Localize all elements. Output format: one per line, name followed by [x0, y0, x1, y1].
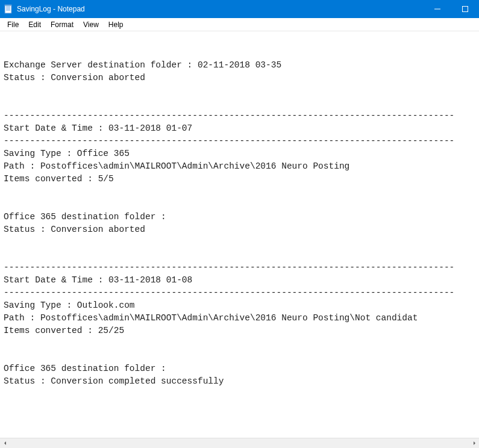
text-content[interactable]: Exchange Server destination folder : 02-… — [0, 31, 479, 438]
menu-edit[interactable]: Edit — [23, 19, 46, 30]
window-controls — [424, 0, 479, 18]
maximize-button[interactable] — [451, 0, 479, 18]
notepad-icon — [4, 4, 13, 14]
text-area[interactable]: Exchange Server destination folder : 02-… — [1, 33, 478, 389]
menu-help[interactable]: Help — [104, 19, 128, 30]
svg-rect-5 — [5, 5, 11, 6]
scroll-right-button[interactable] — [469, 438, 479, 449]
svg-marker-8 — [4, 441, 6, 445]
minimize-button[interactable] — [424, 0, 451, 18]
menu-format[interactable]: Format — [46, 19, 78, 30]
svg-rect-7 — [463, 7, 468, 12]
menu-view[interactable]: View — [78, 19, 104, 30]
titlebar: SavingLog - Notepad — [0, 0, 479, 18]
menubar: File Edit Format View Help — [0, 18, 479, 31]
svg-marker-9 — [474, 441, 475, 445]
scroll-left-button[interactable] — [0, 438, 10, 449]
scroll-track[interactable] — [10, 438, 469, 449]
window-title: SavingLog - Notepad — [17, 5, 85, 13]
menu-file[interactable]: File — [2, 19, 23, 30]
horizontal-scrollbar[interactable] — [0, 438, 479, 448]
